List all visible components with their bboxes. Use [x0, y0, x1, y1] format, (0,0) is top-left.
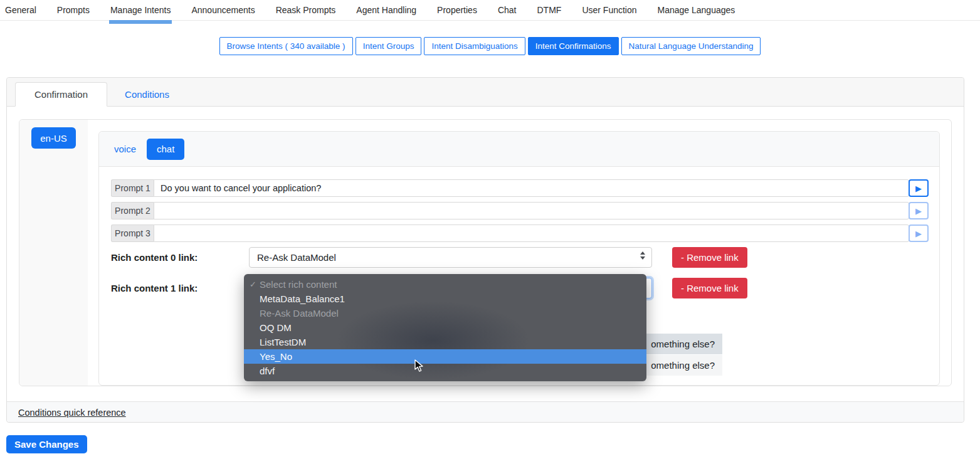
nav-item-announcements[interactable]: Announcements: [191, 5, 255, 15]
rich-content-0-select[interactable]: Re-Ask DataModel: [249, 247, 652, 268]
nav-item-general[interactable]: General: [5, 5, 36, 15]
prompt-row-2: Prompt 2 ▶: [111, 202, 929, 219]
tab-natural-language-understanding[interactable]: Natural Language Understanding: [621, 37, 761, 55]
dropdown-option-label: Yes_No: [260, 351, 292, 362]
nav-item-reask-prompts[interactable]: Reask Prompts: [276, 5, 336, 15]
caret-up-icon: [640, 251, 645, 255]
tab-intent-confirmations[interactable]: Intent Confirmations: [528, 37, 619, 55]
tab-voice[interactable]: voice: [114, 139, 136, 160]
prompt-row-3: Prompt 3 ▶: [111, 224, 929, 242]
rich-content-0-row: Rich content 0 link: Re-Ask DataModel - …: [111, 247, 929, 268]
dropdown-option-label: dfvf: [260, 366, 275, 376]
top-navigation: General Prompts Manage Intents Announcem…: [0, 0, 980, 21]
rich-content-1-label: Rich content 1 link:: [111, 283, 249, 293]
prompt-1-play-button[interactable]: ▶: [909, 179, 929, 197]
dropdown-option-label: Select rich content: [260, 279, 337, 290]
top-nav-list: General Prompts Manage Intents Announcem…: [5, 5, 980, 15]
intent-section-tabs: Browse Intents ( 340 available ) Intent …: [0, 37, 980, 55]
dropdown-option-metadata-balance1[interactable]: MetaData_Balance1: [244, 292, 646, 306]
tab-confirmation[interactable]: Confirmation: [15, 82, 107, 107]
conditions-quick-reference-link[interactable]: Conditions quick reference: [18, 408, 126, 418]
save-changes-button[interactable]: Save Changes: [6, 435, 87, 453]
tab-intent-disambiguations[interactable]: Intent Disambiguations: [424, 37, 525, 55]
prompt-2-input[interactable]: [154, 202, 909, 219]
rich-content-0-label: Rich content 0 link:: [111, 252, 249, 263]
nav-item-manage-intents[interactable]: Manage Intents: [110, 5, 171, 15]
prompt-3-label: Prompt 3: [111, 224, 154, 242]
dropdown-option-label: Re-Ask DataModel: [260, 308, 339, 319]
rich-content-0-selected-value: Re-Ask DataModel: [257, 252, 336, 263]
nav-item-prompts[interactable]: Prompts: [57, 5, 90, 15]
select-updown-icon: [640, 251, 645, 260]
dropdown-option-re-ask-datamodel[interactable]: Re-Ask DataModel: [244, 306, 646, 320]
prompt-1-label: Prompt 1: [111, 179, 154, 197]
nav-item-user-function[interactable]: User Function: [582, 5, 636, 15]
prompt-2-play-button[interactable]: ▶: [909, 202, 929, 219]
tab-intent-groups[interactable]: Intent Groups: [356, 37, 422, 55]
prompt-3-input[interactable]: [154, 224, 909, 242]
card-tabs-header: Confirmation Conditions: [7, 78, 964, 107]
tab-conditions[interactable]: Conditions: [107, 83, 187, 106]
prompt-1-input[interactable]: [154, 179, 909, 197]
nav-item-dtmf[interactable]: DTMF: [537, 5, 561, 15]
caret-down-icon: [640, 256, 645, 260]
prompt-2-label: Prompt 2: [111, 202, 154, 219]
dropdown-option-dfvf[interactable]: dfvf: [244, 364, 646, 378]
play-icon: ▶: [915, 207, 922, 215]
dropdown-option-yes-no[interactable]: Yes_No: [244, 349, 646, 364]
dropdown-option-select-rich-content[interactable]: ✓ Select rich content: [244, 277, 646, 292]
rich-content-0-remove-button[interactable]: - Remove link: [672, 247, 747, 268]
card-footer: Conditions quick reference: [7, 401, 964, 422]
nav-item-agent-handling[interactable]: Agent Handling: [356, 5, 416, 15]
rich-content-1-remove-button[interactable]: - Remove link: [672, 278, 747, 298]
play-icon: ▶: [915, 184, 922, 193]
tab-browse-intents[interactable]: Browse Intents ( 340 available ): [219, 37, 353, 55]
nav-item-manage-languages[interactable]: Manage Languages: [658, 5, 735, 15]
nav-item-chat[interactable]: Chat: [498, 5, 517, 15]
tab-chat[interactable]: chat: [147, 139, 184, 160]
dropdown-option-oq-dm[interactable]: OQ DM: [244, 320, 646, 335]
rich-content-dropdown-menu: ✓ Select rich content MetaData_Balance1 …: [244, 274, 646, 381]
language-button-en-us[interactable]: en-US: [31, 127, 76, 149]
language-column: en-US: [19, 120, 88, 386]
dropdown-option-label: ListTestDM: [260, 337, 306, 347]
checkmark-icon: ✓: [250, 277, 256, 292]
play-icon: ▶: [915, 230, 922, 238]
prompt-3-play-button[interactable]: ▶: [909, 224, 929, 242]
dropdown-option-label: MetaData_Balance1: [260, 293, 345, 304]
nav-item-properties[interactable]: Properties: [437, 5, 477, 15]
prompt-row-1: Prompt 1 ▶: [111, 179, 929, 197]
channel-tabs-header: voice chat: [99, 132, 939, 167]
dropdown-option-listtestdm[interactable]: ListTestDM: [244, 335, 646, 349]
dropdown-option-label: OQ DM: [260, 322, 292, 333]
